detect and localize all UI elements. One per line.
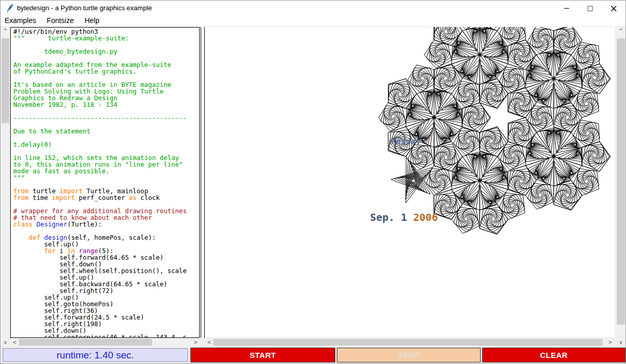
scrollbar-thumb[interactable] [2, 38, 9, 123]
main-area: ^ v #!/usr/bin/env python3""" turtle-exa… [1, 26, 625, 346]
code-pane[interactable]: #!/usr/bin/env python3""" turtle-example… [10, 27, 200, 338]
scroll-down-icon[interactable]: v [1, 338, 10, 346]
menu-item-examples[interactable]: Examples [5, 16, 36, 26]
scroll-up-icon[interactable]: ^ [616, 27, 625, 35]
status-bar: runtime: 1.40 sec. START STOP CLEAR [1, 346, 625, 363]
scroll-right-icon[interactable]: > [192, 338, 200, 346]
canvas-pane [205, 27, 615, 337]
window-title: bytedesign - a Python turtle graphics ex… [17, 1, 152, 16]
scroll-up-icon[interactable]: ^ [1, 27, 10, 35]
scroll-right-icon[interactable]: > [607, 338, 614, 346]
close-button[interactable]: × [602, 1, 625, 16]
menu-item-help[interactable]: Help [84, 16, 99, 26]
scroll-down-icon[interactable]: v [616, 338, 625, 346]
canvas-scrollbar-vertical[interactable]: ^ v [616, 27, 625, 346]
maximize-button[interactable]: □ [578, 1, 602, 16]
python-feather-icon [6, 4, 14, 13]
menu-bar: Examples Fontsize Help [1, 16, 625, 26]
start-button[interactable]: START [190, 348, 335, 362]
turtle-canvas [205, 27, 615, 337]
menu-item-fontsize[interactable]: Fontsize [47, 16, 74, 26]
code-scrollbar-horizontal[interactable]: < > [11, 338, 200, 346]
scroll-left-icon[interactable]: < [205, 338, 213, 346]
canvas-scrollbar-horizontal[interactable]: < > [205, 338, 614, 346]
code-text: #!/usr/bin/env python3""" turtle-example… [11, 28, 199, 338]
scrollbar-thumb[interactable] [19, 339, 152, 346]
minimize-button[interactable]: − [555, 1, 578, 16]
code-scrollbar-vertical[interactable]: ^ v [1, 27, 10, 346]
scrollbar-thumb[interactable] [213, 339, 602, 346]
turtledemo-window: bytedesign - a Python turtle graphics ex… [0, 0, 626, 364]
clear-button[interactable]: CLEAR [482, 348, 625, 362]
title-bar: bytedesign - a Python turtle graphics ex… [1, 1, 625, 16]
stop-button[interactable]: STOP [337, 348, 481, 362]
scroll-left-icon[interactable]: < [11, 338, 18, 346]
scrollbar-thumb[interactable] [617, 38, 625, 325]
pane-sash[interactable] [201, 27, 205, 338]
runtime-label: runtime: 1.40 sec. [3, 348, 188, 362]
